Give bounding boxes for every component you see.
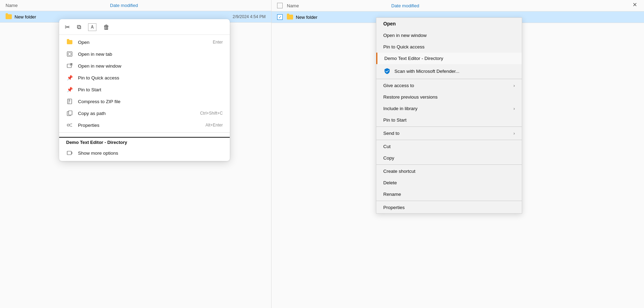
right-header: Name Date modified	[272, 0, 644, 11]
right-col-date: Date modified	[391, 3, 419, 8]
show-more-icon	[66, 149, 73, 156]
rename-icon[interactable]: Ａ	[88, 23, 96, 31]
menu-item-pin-start[interactable]: 📌 Pin to Start	[59, 84, 230, 95]
left-col-name: Name	[6, 3, 110, 8]
menu-item-properties[interactable]: Properties Alt+Enter	[59, 119, 230, 131]
separator-before-section	[59, 132, 230, 133]
copy-icon[interactable]: ⧉	[77, 24, 81, 31]
cm-cut-label: Cut	[383, 144, 515, 149]
section-label: Demo Text Editor - Directory	[59, 137, 230, 146]
cm-open-new-window[interactable]: Open in new window	[376, 30, 522, 41]
cm-copy-label: Copy	[383, 155, 515, 161]
cut-icon[interactable]: ✂	[65, 23, 70, 31]
properties-label: Properties	[78, 123, 201, 128]
cm-give-access[interactable]: Give access to ›	[376, 80, 522, 91]
svg-rect-1	[68, 53, 71, 55]
svg-line-10	[69, 124, 72, 124]
cm-rename-label: Rename	[383, 192, 515, 197]
open-window-label: Open in new window	[78, 63, 223, 69]
svg-rect-12	[67, 151, 71, 155]
cm-demo-label: Demo Text Editor - Directory	[384, 56, 515, 61]
include-library-arrow: ›	[513, 106, 515, 111]
cm-restore-label: Restore previous versions	[383, 94, 515, 100]
cm-give-access-label: Give access to	[383, 83, 510, 88]
right-folder-icon	[287, 15, 293, 20]
cm-delete-label: Delete	[383, 180, 515, 185]
cm-send-to[interactable]: Send to ›	[376, 128, 522, 139]
left-folder-name: New folder	[15, 14, 36, 20]
cm-open[interactable]: Open	[376, 18, 522, 30]
left-header: Name Date modified	[0, 0, 271, 11]
header-checkbox[interactable]	[277, 3, 283, 8]
pin-start-icon: 📌	[66, 86, 73, 93]
pin-quick-icon: 📌	[66, 74, 73, 81]
menu-item-open-new-tab[interactable]: Open in new tab	[59, 48, 230, 60]
toolbar-row: ✂ ⧉ Ａ 🗑	[59, 21, 230, 35]
pin-quick-label: Pin to Quick access	[78, 75, 223, 80]
cm-demo-text-editor[interactable]: Demo Text Editor - Directory	[376, 53, 522, 64]
svg-point-9	[67, 124, 69, 126]
menu-item-open-new-window[interactable]: Open in new window	[59, 60, 230, 72]
right-file-explorer: Name Date modified ✕ ✓ New folder Open O…	[272, 0, 644, 308]
pin-start-label: Pin to Start	[78, 87, 223, 92]
cm-sep4	[376, 164, 522, 165]
close-button[interactable]: ✕	[633, 1, 637, 8]
svg-rect-0	[67, 52, 72, 56]
svg-rect-3	[68, 99, 72, 104]
cm-send-to-label: Send to	[383, 131, 510, 136]
cm-sep3	[376, 140, 522, 140]
open-label: Open	[78, 40, 208, 45]
send-to-arrow: ›	[513, 131, 515, 136]
menu-item-compress[interactable]: Compress to ZIP file	[59, 95, 230, 107]
cm-pin-quick-label: Pin to Quick access	[383, 44, 515, 49]
left-file-explorer: Name Date modified New folder 2/9/2024 4…	[0, 0, 272, 308]
copy-path-icon	[66, 110, 73, 117]
open-tab-icon	[66, 51, 73, 57]
cm-properties[interactable]: Properties	[376, 202, 522, 213]
cm-include-library[interactable]: Include in library ›	[376, 103, 522, 114]
folder-icon	[6, 14, 12, 19]
section-container: Demo Text Editor - Directory	[59, 134, 230, 147]
delete-icon[interactable]: 🗑	[103, 24, 110, 31]
cm-open-new-window-label: Open in new window	[383, 33, 515, 38]
cm-copy[interactable]: Copy	[376, 152, 522, 164]
cm-cut[interactable]: Cut	[376, 141, 522, 152]
right-col-name: Name	[287, 3, 391, 8]
give-access-arrow: ›	[513, 83, 515, 88]
cm-include-label: Include in library	[383, 106, 510, 111]
menu-item-open[interactable]: Open Enter	[59, 36, 230, 48]
defender-icon	[383, 67, 391, 75]
cm-sep2	[376, 126, 522, 127]
compress-icon	[66, 98, 73, 105]
show-more-label: Show more options	[78, 151, 223, 156]
cm-scan-defender[interactable]: Scan with Microsoft Defender...	[376, 64, 522, 78]
cm-open-label: Open	[383, 21, 515, 26]
open-window-icon	[66, 62, 73, 69]
open-folder-icon	[66, 39, 73, 46]
context-menu-right: Open Open in new window Pin to Quick acc…	[376, 17, 522, 214]
menu-item-show-more[interactable]: Show more options	[59, 147, 230, 159]
copy-path-shortcut: Ctrl+Shift+C	[200, 111, 223, 116]
svg-rect-8	[69, 111, 72, 115]
svg-line-11	[69, 126, 72, 126]
context-menu-left: ✂ ⧉ Ａ 🗑 Open Enter Open in new tab	[59, 19, 230, 161]
properties-shortcut: Alt+Enter	[205, 123, 223, 128]
open-tab-label: Open in new tab	[78, 52, 223, 57]
left-folder-date: 2/9/2024 4:54 PM	[233, 14, 266, 19]
cm-rename[interactable]: Rename	[376, 188, 522, 200]
cm-delete[interactable]: Delete	[376, 177, 522, 188]
cm-pin-start[interactable]: Pin to Start	[376, 114, 522, 126]
properties-icon	[66, 122, 73, 129]
cm-properties-label: Properties	[383, 205, 515, 210]
cm-pin-quick[interactable]: Pin to Quick access	[376, 41, 522, 53]
folder-checkbox-checked[interactable]: ✓	[277, 14, 283, 20]
copy-path-label: Copy as path	[78, 111, 195, 116]
cm-create-shortcut[interactable]: Create shortcut	[376, 165, 522, 177]
cm-scan-label: Scan with Microsoft Defender...	[394, 69, 515, 74]
cm-sep1	[376, 79, 522, 79]
menu-item-copy-path[interactable]: Copy as path Ctrl+Shift+C	[59, 107, 230, 119]
open-shortcut: Enter	[213, 40, 223, 45]
menu-item-pin-quick[interactable]: 📌 Pin to Quick access	[59, 72, 230, 84]
cm-restore-versions[interactable]: Restore previous versions	[376, 91, 522, 103]
cm-create-shortcut-label: Create shortcut	[383, 169, 515, 174]
